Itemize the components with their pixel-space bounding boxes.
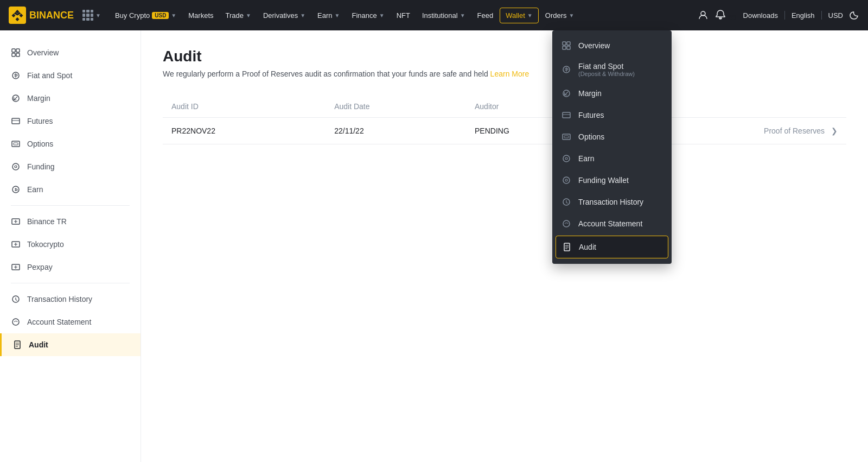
wallet-dropdown-menu: Overview Fiat and Spot (Deposit & Withdr… — [552, 30, 672, 264]
svg-point-12 — [15, 166, 17, 168]
institutional-chevron-icon: ▼ — [460, 12, 465, 18]
wallet-chevron-icon: ▼ — [527, 12, 533, 18]
table-row: PR22NOV22 22/11/22 PENDING Proof of Rese… — [163, 118, 846, 144]
svg-rect-9 — [12, 141, 20, 147]
sidebar-item-binance-tr[interactable]: Binance TR — [0, 210, 141, 233]
dropdown-item-earn[interactable]: Earn — [552, 148, 672, 169]
funding-icon — [11, 162, 21, 172]
dropdown-item-margin[interactable]: Margin — [552, 83, 672, 104]
language-button[interactable]: English — [792, 11, 815, 20]
dropdown-item-options[interactable]: Options — [552, 126, 672, 148]
nav-item-orders[interactable]: Orders ▼ — [540, 8, 580, 23]
svg-point-31 — [563, 177, 570, 183]
currency-button[interactable]: USD — [828, 11, 843, 20]
sidebar-item-pexpay[interactable]: Pexpay — [0, 256, 141, 279]
svg-rect-5 — [16, 53, 20, 56]
svg-rect-22 — [563, 46, 566, 49]
profile-button[interactable] — [698, 10, 709, 21]
svg-rect-3 — [16, 49, 20, 52]
downloads-button[interactable]: Downloads — [743, 11, 778, 20]
sidebar-label-overview: Overview — [27, 48, 59, 57]
exchange-binance-tr-icon — [11, 217, 21, 226]
dropdown-options-icon — [561, 131, 572, 142]
sidebar-label-options: Options — [27, 140, 53, 148]
profile-icon — [698, 10, 709, 21]
nav-item-finance[interactable]: Finance ▼ — [346, 8, 390, 23]
svg-point-34 — [563, 220, 570, 227]
dropdown-item-funding-wallet[interactable]: Funding Wallet — [552, 169, 672, 191]
sidebar-item-margin[interactable]: Margin — [0, 87, 141, 110]
main-content: Audit We regularly perform a Proof of Re… — [141, 30, 868, 462]
theme-toggle[interactable] — [850, 10, 859, 20]
sidebar-divider-2 — [11, 283, 130, 283]
binance-logo-icon — [9, 7, 26, 24]
sidebar-item-audit[interactable]: Audit — [0, 333, 141, 356]
sidebar-label-pexpay: Pexpay — [27, 263, 53, 271]
learn-more-link[interactable]: Learn More — [490, 69, 529, 78]
markets-label: Markets — [188, 11, 213, 20]
page-layout: Overview Fiat and Spot Margin Futures Op… — [0, 30, 868, 462]
nav-item-feed[interactable]: Feed — [472, 8, 499, 23]
notification-button[interactable]: 85 — [715, 9, 736, 22]
institutional-label: Institutional — [422, 11, 458, 20]
sidebar-label-account-statement: Account Statement — [27, 318, 91, 326]
trade-label: Trade — [226, 11, 244, 20]
currency-label: USD — [828, 11, 843, 20]
sidebar-label-audit: Audit — [29, 340, 48, 349]
dropdown-item-fiat-and-spot[interactable]: Fiat and Spot (Deposit & Withdraw) — [552, 56, 672, 83]
svg-rect-10 — [14, 143, 18, 145]
nav-item-markets[interactable]: Markets — [183, 8, 219, 23]
apps-grid-button[interactable] — [82, 10, 93, 21]
dropdown-funding-icon — [561, 175, 572, 186]
nav-item-buy-crypto[interactable]: Buy Crypto USD ▼ — [110, 8, 182, 23]
nav-item-nft[interactable]: NFT — [391, 8, 416, 23]
derivatives-label: Derivatives — [263, 11, 298, 20]
nav-item-institutional[interactable]: Institutional ▼ — [417, 8, 471, 23]
dropdown-label-transaction-history: Transaction History — [578, 198, 643, 206]
earn-label: Earn — [317, 11, 332, 20]
orders-chevron-icon: ▼ — [569, 12, 575, 18]
sidebar-item-account-statement[interactable]: Account Statement — [0, 311, 141, 333]
nav-item-trade[interactable]: Trade ▼ — [220, 8, 257, 23]
language-label: English — [792, 11, 815, 20]
sidebar-item-funding[interactable]: Funding — [0, 155, 141, 178]
grid-chevron-icon[interactable]: ▼ — [95, 12, 101, 18]
sidebar-item-earn[interactable]: Earn — [0, 178, 141, 201]
dropdown-item-overview[interactable]: Overview — [552, 35, 672, 56]
svg-point-30 — [565, 157, 567, 160]
logo[interactable]: BINANCE — [9, 7, 74, 24]
nav-item-wallet[interactable]: Wallet ▼ — [500, 8, 539, 23]
audit-date-cell: 22/11/22 — [326, 118, 466, 144]
dropdown-item-transaction-history[interactable]: Transaction History — [552, 191, 672, 213]
svg-point-11 — [12, 163, 19, 170]
sidebar-label-transaction-history: Transaction History — [27, 295, 92, 303]
history-icon — [11, 294, 21, 304]
dropdown-item-audit[interactable]: Audit — [556, 236, 668, 258]
svg-rect-4 — [12, 53, 15, 56]
sidebar-item-fiat-and-spot[interactable]: Fiat and Spot — [0, 64, 141, 87]
dropdown-grid-icon — [561, 40, 572, 51]
nav-item-derivatives[interactable]: Derivatives ▼ — [258, 8, 311, 23]
nft-label: NFT — [397, 11, 410, 20]
dropdown-item-futures[interactable]: Futures — [552, 104, 672, 126]
sidebar-item-futures[interactable]: Futures — [0, 110, 141, 132]
sidebar-label-earn: Earn — [27, 185, 43, 194]
buy-crypto-chevron-icon: ▼ — [171, 12, 176, 18]
expand-chevron-icon: ❯ — [831, 126, 838, 135]
sidebar-item-overview[interactable]: Overview — [0, 41, 141, 64]
svg-rect-8 — [12, 118, 20, 124]
options-icon — [11, 139, 21, 149]
sidebar-item-options[interactable]: Options — [0, 132, 141, 155]
finance-label: Finance — [352, 11, 376, 20]
nav-item-earn[interactable]: Earn ▼ — [312, 8, 345, 23]
dropdown-item-account-statement[interactable]: Account Statement — [552, 213, 672, 235]
svg-rect-20 — [563, 42, 566, 45]
dropdown-label-fiat-and-spot: Fiat and Spot — [578, 62, 635, 71]
earn-icon — [11, 185, 21, 194]
notification-bell-icon — [715, 9, 726, 20]
page-title: Audit — [163, 48, 846, 65]
dropdown-history-icon — [561, 197, 572, 207]
svg-rect-28 — [564, 136, 569, 138]
sidebar-item-transaction-history[interactable]: Transaction History — [0, 288, 141, 311]
sidebar-item-tokocrypto[interactable]: Tokocrypto — [0, 233, 141, 256]
